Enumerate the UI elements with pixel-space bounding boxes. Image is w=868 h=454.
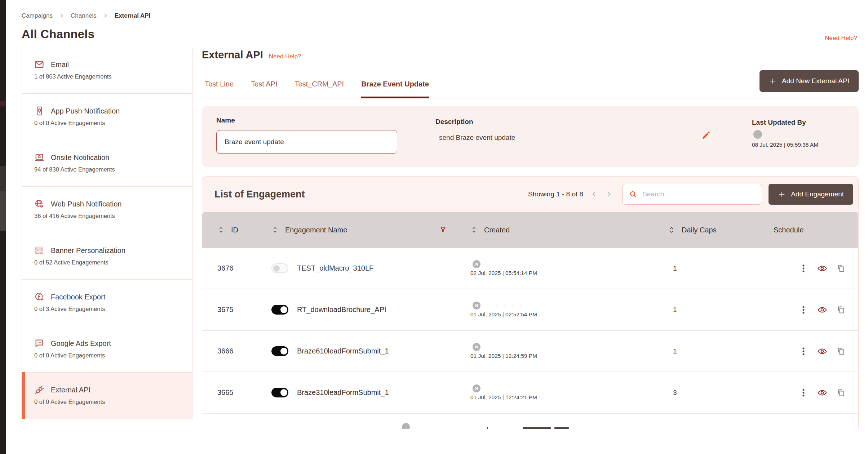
clipped-text [554,427,569,429]
prev-page-icon[interactable] [591,191,597,197]
description-label: Description [435,118,701,126]
clipped-text [523,427,551,429]
filter-icon[interactable] [439,226,447,233]
kebab-menu-icon[interactable] [799,347,808,356]
column-header-created[interactable]: Created [484,226,510,234]
daily-caps-value: 1 [668,347,745,355]
email-icon [34,59,44,70]
sort-icon[interactable] [271,226,279,234]
column-header-schedule: Schedule [774,226,803,234]
add-engagement-button[interactable]: Add Engagement [769,184,853,205]
external-api-icon [34,385,44,395]
copy-icon[interactable] [837,347,845,356]
creator-badge: N [473,384,480,392]
table-row: 3665 Braze310leadFormSubmit_1 N 01 Jul, … [202,372,858,414]
google-ads-export-icon [34,338,44,348]
sidebar-item-email[interactable]: Email 1 of 863 Active Engagements [22,47,192,94]
engagement-name[interactable]: Braze310leadFormSubmit_1 [297,388,389,397]
created-timestamp: 01 Jul, 2025 | 12:24:59 PM [470,353,537,359]
collapsed-nav-strip[interactable] [0,0,6,454]
search-icon [629,190,637,199]
daily-caps-value: 1 [668,264,745,272]
sort-icon[interactable] [217,226,225,234]
search-box[interactable] [622,184,762,205]
add-new-external-api-button[interactable]: Add New External API [760,70,859,92]
sidebar-item-stats: 0 of 0 Active Engagements [34,120,183,126]
sidebar-item-stats: 94 of 830 Active Engagements [34,166,183,173]
engagement-name[interactable]: RT_downloadBrochure_API [297,306,386,314]
table-header: ID Engagement Name [202,212,858,248]
copy-icon[interactable] [837,388,845,397]
sidebar-item-stats: 0 of 3 Active Engagements [34,306,183,312]
chevron-right-icon [59,13,64,18]
sidebar-item-stats: 36 of 416 Active Engagements [34,213,183,219]
kebab-menu-icon[interactable] [799,305,808,315]
sidebar-item-stats: 0 of 0 Active Engagements [34,352,183,359]
table-row: 3676 TEST_oldMacro_310LF N 02 Jul, 2025 … [202,248,858,289]
sidebar-item-onsite[interactable]: Onsite Notification 94 of 830 Active Eng… [22,140,192,187]
sidebar-item-label: Banner Personalization [51,246,125,255]
sidebar-item-external-api[interactable]: External API 0 of 0 Active Engagements [22,372,192,419]
view-icon[interactable] [817,306,827,314]
nav-strip-segment [0,191,6,231]
breadcrumb-campaigns[interactable]: Campaigns [22,12,53,19]
section-title: External API [202,49,263,61]
tab-test-line[interactable]: Test Line [205,80,234,98]
next-page-icon[interactable] [606,191,612,197]
sidebar-item-facebook-export[interactable]: Facebook Export 0 of 3 Active Engagement… [22,279,192,326]
plus-icon [769,77,777,85]
name-input[interactable] [216,130,397,154]
column-header-id[interactable]: ID [231,226,238,234]
enable-toggle[interactable] [271,346,288,356]
sidebar-item-google-ads-export[interactable]: Google Ads Export 0 of 0 Active Engageme… [22,326,192,373]
onsite-notification-icon [34,152,44,163]
copy-icon[interactable] [837,264,845,273]
list-title: List of Engagement [214,189,305,200]
search-input[interactable] [642,190,755,198]
facebook-export-icon [34,292,44,302]
api-details-panel: Name Description send Braze event update… [202,106,859,167]
pagination-status: Showing 1 - 8 of 8 [528,190,583,198]
tab-test-api[interactable]: Test API [251,80,277,98]
engagement-name[interactable]: TEST_oldMacro_310LF [297,264,373,272]
column-header-engagement-name[interactable]: Engagement Name [285,226,347,234]
need-help-link[interactable]: Need Help? [269,53,301,60]
sidebar-item-web-push[interactable]: Web Push Notification 36 of 416 Active E… [22,186,192,233]
row-id: 3676 [202,264,271,272]
chevron-right-icon [103,13,108,18]
copy-icon[interactable] [837,306,845,314]
creator-badge [402,423,410,429]
kebab-menu-icon[interactable] [799,264,808,273]
enable-toggle[interactable] [271,388,288,397]
view-icon[interactable] [817,264,827,273]
column-header-daily-caps[interactable]: Daily Caps [682,226,717,234]
enable-toggle[interactable] [271,263,288,273]
tab-braze-event-update[interactable]: Braze Event Update [361,80,429,98]
breadcrumb-channels[interactable]: Channels [71,12,97,19]
view-icon[interactable] [817,388,827,397]
sidebar-item-banner[interactable]: Banner Personalization 0 of 52 Active En… [22,233,192,280]
row-id: 3665 [202,388,271,397]
clipped-text [487,427,488,429]
sidebar-item-app-push[interactable]: App Push Notification 0 of 0 Active Enga… [22,93,192,140]
tab-test-crm-api[interactable]: Test_CRM_API [294,80,344,98]
view-icon[interactable] [817,347,827,356]
sidebar-item-label: Email [51,61,69,69]
created-timestamp: 02 Jul, 2025 | 05:54:14 PM [470,270,537,276]
engagement-name[interactable]: Braze610leadFormSubmit_1 [297,347,389,355]
name-label: Name [216,116,435,124]
breadcrumb-external-api: External API [115,12,151,19]
banner-personalization-icon [34,245,44,255]
kebab-menu-icon[interactable] [799,388,808,397]
enable-toggle[interactable] [271,305,288,315]
app-push-icon [34,106,44,116]
add-engagement-label: Add Engagement [791,190,844,198]
sidebar-item-label: Onsite Notification [51,153,109,162]
sort-icon[interactable] [668,226,675,234]
last-updated-value: 08 Jul, 2025 | 05:59:38 AM [752,142,843,148]
last-updated-label: Last Updated By [752,119,843,126]
sort-icon[interactable] [470,226,478,234]
table-row: 3675 RT_downloadBrochure_API N - - - - [202,289,858,331]
edit-pencil-icon[interactable] [701,130,711,140]
external-api-main: External API Need Help? Test Line Test A… [202,47,859,429]
